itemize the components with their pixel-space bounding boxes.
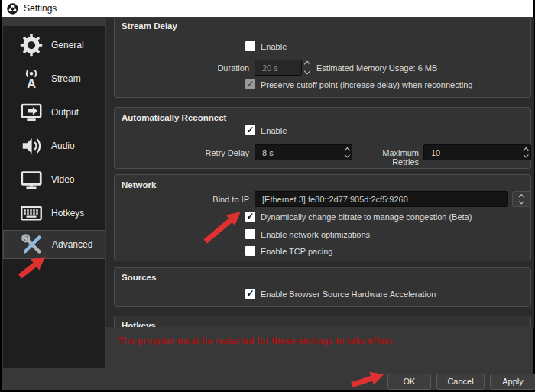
chevron-down-icon: [519, 199, 524, 204]
bind-to-ip-label: Bind to IP: [115, 195, 249, 204]
sidebar-item-stream[interactable]: A Stream: [3, 62, 105, 96]
network-optimizations-checkbox[interactable]: Enable network optimizations: [245, 229, 370, 239]
group-title: Automatically Reconnect: [122, 113, 226, 122]
chevron-up-icon: [304, 61, 310, 67]
duration-spin-buttons[interactable]: [305, 60, 310, 76]
settings-sidebar: General A Stream Output: [3, 26, 105, 368]
group-title: Stream Delay: [122, 21, 177, 31]
duration-label: Duration: [115, 63, 249, 73]
keyboard-icon: [18, 201, 44, 226]
chevron-up-icon: [524, 147, 528, 152]
stream-delay-enable-checkbox[interactable]: Enable: [245, 41, 287, 51]
sidebar-item-output[interactable]: Output: [3, 96, 105, 129]
cancel-button[interactable]: Cancel: [436, 374, 485, 390]
chevron-up-icon: [519, 194, 524, 199]
retry-delay-spin-buttons[interactable]: [345, 145, 349, 160]
sidebar-item-label: Advanced: [52, 239, 92, 250]
tcp-pacing-checkbox[interactable]: Enable TCP pacing: [245, 246, 332, 256]
apply-button[interactable]: Apply: [490, 374, 535, 390]
speaker-icon: [18, 134, 44, 159]
tools-icon: [19, 232, 44, 258]
restart-warning-text: The program must be restarted for these …: [118, 335, 394, 346]
checkbox-checked: [245, 125, 255, 135]
monitor-arrow-icon: [18, 100, 44, 125]
group-title: Network: [122, 180, 156, 190]
preserve-cutoff-checkbox[interactable]: Preserve cutoff point (increase delay) w…: [245, 79, 472, 89]
group-hotkeys: Hotkeys: [114, 316, 531, 327]
sidebar-item-label: General: [51, 40, 84, 50]
group-auto-reconnect: Automatically Reconnect Enable Retry Del…: [114, 107, 531, 169]
sidebar-item-general[interactable]: General: [3, 28, 105, 62]
max-retries-spinner[interactable]: 10: [423, 144, 531, 160]
broadcast-antenna-icon: A: [18, 66, 44, 92]
memory-usage-text: Estimated Memory Usage: 6 MB: [316, 63, 437, 73]
max-retries-label: Maximum Retries: [356, 148, 419, 167]
settings-window: General A Stream Output: [0, 17, 535, 392]
chevron-down-icon: [304, 68, 310, 74]
chevron-down-icon: [345, 153, 349, 157]
monitor-icon: [18, 167, 44, 193]
group-stream-delay: Stream Delay Enable Duration 20 s Estima…: [114, 18, 531, 98]
titlebar: Settings: [0, 0, 535, 17]
group-title: Hotkeys: [122, 321, 156, 327]
group-network: Network Bind to IP [Ethernet 3] fe80::2d…: [114, 174, 531, 261]
sidebar-item-hotkeys[interactable]: Hotkeys: [3, 196, 105, 230]
reconnect-enable-checkbox[interactable]: Enable: [245, 125, 287, 135]
browser-hw-accel-checkbox[interactable]: Enable Browser Source Hardware Accelerat…: [245, 289, 436, 299]
sidebar-item-label: Output: [51, 107, 79, 118]
svg-text:A: A: [27, 76, 36, 90]
retry-delay-spinner[interactable]: 8 s: [255, 144, 352, 160]
checkbox-checked-disabled: [245, 79, 255, 89]
chevron-down-icon: [524, 153, 528, 157]
bind-to-ip-combo-button[interactable]: [512, 191, 531, 207]
max-retries-spin-buttons[interactable]: [524, 145, 528, 160]
settings-pane[interactable]: Stream Delay Enable Duration 20 s Estima…: [106, 18, 534, 327]
sidebar-item-advanced[interactable]: Advanced: [3, 230, 105, 259]
gear-icon: [18, 33, 44, 58]
sidebar-item-label: Video: [51, 174, 74, 185]
obs-logo-icon: [7, 3, 18, 15]
checkbox-checked: [245, 289, 255, 299]
sidebar-item-label: Hotkeys: [51, 208, 84, 219]
sidebar-item-audio[interactable]: Audio: [3, 129, 105, 163]
chevron-up-icon: [345, 147, 349, 152]
checkbox-unchecked: [245, 229, 255, 239]
duration-spinner[interactable]: 20 s: [255, 60, 302, 76]
dynamic-bitrate-checkbox[interactable]: Dynamically change bitrate to manage con…: [245, 212, 472, 222]
sidebar-item-video[interactable]: Video: [3, 163, 105, 196]
ok-button[interactable]: OK: [387, 374, 431, 390]
bind-to-ip-combobox[interactable]: [Ethernet 3] fe80::2d77:905d:2cf5:9260: [255, 191, 508, 207]
window-title: Settings: [24, 3, 57, 14]
annotation-arrow-ok: [347, 366, 388, 392]
retry-delay-label: Retry Delay: [115, 148, 249, 157]
group-title: Sources: [122, 273, 156, 282]
checkbox-unchecked: [245, 41, 255, 51]
checkbox-unchecked: [245, 246, 255, 256]
sidebar-item-label: Audio: [51, 141, 75, 151]
sidebar-item-label: Stream: [51, 73, 81, 84]
checkbox-checked: [245, 212, 255, 222]
group-sources: Sources Enable Browser Source Hardware A…: [114, 267, 531, 307]
